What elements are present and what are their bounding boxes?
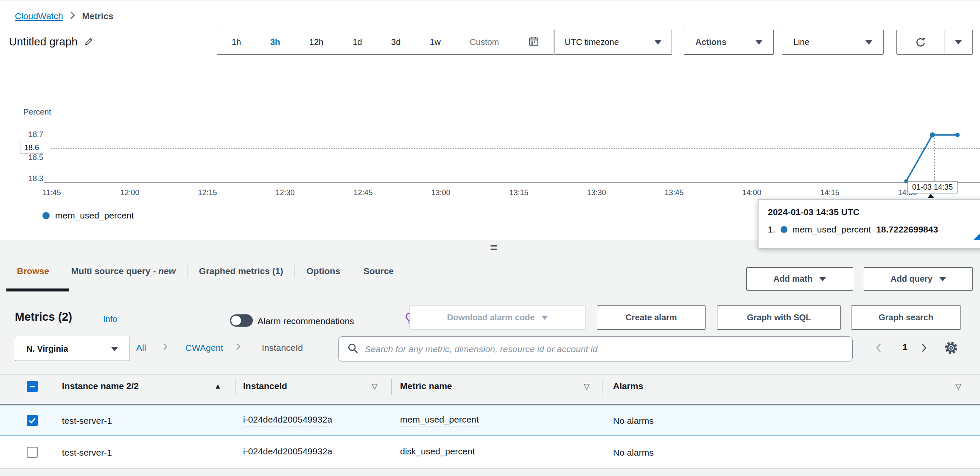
calendar-icon[interactable] [528,36,539,49]
range-1d[interactable]: 1d [353,37,362,47]
table-header-bottom-border [0,404,980,405]
chevron-right-icon [70,11,76,22]
pagination-previous-icon[interactable] [875,342,882,356]
column-header-metric-name[interactable]: Metric name [400,381,452,391]
tab-options[interactable]: Options [295,266,351,276]
actions-label: Actions [695,37,726,47]
metric-path-cwagent-link[interactable]: CWAgent [185,343,223,353]
metric-path-all-link[interactable]: All [136,343,146,353]
edit-pencil-icon[interactable] [84,36,95,48]
cell-metric-name[interactable]: disk_used_percent [400,446,475,458]
indeterminate-mark [30,386,35,387]
pagination-next-icon[interactable] [921,342,927,356]
chevron-down-icon [541,316,548,320]
add-query-label: Add query [890,274,932,284]
range-1h[interactable]: 1h [232,37,241,47]
chart-type-dropdown[interactable]: Line [782,30,884,55]
range-3d[interactable]: 3d [391,37,400,47]
active-tab-underline [6,288,69,291]
range-3h-selected[interactable]: 3h [270,37,280,47]
column-header-alarms[interactable]: Alarms [613,381,643,391]
chevron-right-icon [163,342,168,353]
chevron-down-icon [865,40,872,45]
tab-multi-source-query[interactable]: Multi source query - new [60,266,187,276]
tooltip-timestamp: 2024-01-03 14:35 UTC [768,207,980,217]
tooltip-series-index: 1. [768,224,776,235]
table-row[interactable]: test-server-1 i-024de4d200549932a disk_u… [0,436,980,469]
graph-title-row: Untitled graph [9,35,95,48]
row-checkbox[interactable] [27,415,38,426]
metric-search-input[interactable] [365,344,844,354]
graph-with-sql-label: Graph with SQL [747,313,811,322]
chart-type-label: Line [793,37,809,47]
range-12h[interactable]: 12h [309,37,323,47]
add-math-label: Add math [773,274,812,284]
add-math-button[interactable]: Add math [746,267,853,291]
breadcrumb: CloudWatch Metrics [15,11,113,22]
cloudwatch-metrics-page: CloudWatch Metrics Untitled graph 1h 3h … [0,0,980,476]
metric-search-box [338,336,853,361]
refresh-icon [915,36,927,48]
tab-multi-source-query-label: Multi source query - [71,266,158,276]
tab-source[interactable]: Source [352,266,405,276]
row-checkbox[interactable] [27,447,38,458]
metrics-section-title: Metrics (2) [15,311,72,324]
chevron-down-icon [655,40,661,45]
chevron-down-icon [819,277,826,281]
column-header-instanceid[interactable]: InstanceId [243,381,287,391]
chart-hover-tooltip: 2024-01-03 14:35 UTC 1. mem_used_percent… [758,199,980,249]
region-label: N. Virginia [26,344,68,354]
info-link[interactable]: Info [103,314,117,324]
region-dropdown[interactable]: N. Virginia [15,337,129,361]
breadcrumb-metrics: Metrics [82,11,114,21]
series-line [906,135,958,181]
tab-new-badge: new [158,266,176,276]
sort-ascending-icon[interactable]: ▲ [214,382,221,391]
create-alarm-label: Create alarm [625,313,677,322]
refresh-options-button[interactable] [944,30,972,54]
download-alarm-code-label: Download alarm code [447,313,535,322]
add-query-button[interactable]: Add query [864,267,973,291]
timezone-dropdown[interactable]: UTC timezone [554,30,672,55]
data-point [955,133,960,137]
tab-browse[interactable]: Browse [6,266,60,276]
legend-label[interactable]: mem_used_percent [55,210,134,221]
metric-path-instanceid[interactable]: InstanceId [262,343,303,353]
range-custom[interactable]: Custom [470,37,499,47]
select-all-checkbox[interactable] [27,381,38,392]
cell-metric-name[interactable]: mem_used_percent [400,414,479,426]
column-header-instance-name[interactable]: Instance name 2/2 [62,381,139,391]
search-icon [347,342,359,356]
tooltip-series-color-dot [781,226,787,233]
graph-search-label: Graph search [879,313,933,322]
graph-with-sql-button[interactable]: Graph with SQL [717,305,841,330]
panel-resize-handle[interactable]: = [484,241,504,255]
time-scrubber-arrow-icon[interactable] [927,194,934,198]
tab-graphed-metrics[interactable]: Graphed metrics (1) [188,266,294,276]
create-alarm-button[interactable]: Create alarm [597,305,706,330]
table-row[interactable]: test-server-1 i-024de4d200549932a mem_us… [0,406,980,436]
refresh-button[interactable] [897,30,944,54]
actions-dropdown[interactable]: Actions [684,30,774,55]
filter-icon[interactable]: ▽ [372,382,378,391]
graph-title: Untitled graph [9,35,78,48]
cell-instance-id[interactable]: i-024de4d200549932a [243,414,332,426]
chevron-down-icon [939,277,946,281]
filter-icon[interactable]: ▽ [584,382,590,391]
check-icon [28,416,37,425]
breadcrumb-cloudwatch-link[interactable]: CloudWatch [15,11,63,21]
data-point [930,132,935,137]
chevron-down-icon [111,347,118,351]
pagination-current-page[interactable]: 1 [896,342,913,352]
graph-search-button[interactable]: Graph search [851,305,961,330]
alarm-recommendations-toggle[interactable] [230,314,253,327]
download-alarm-code-button[interactable]: Download alarm code [409,305,586,330]
chevron-down-icon [756,40,762,45]
tab-bar: Browse Multi source query - new Graphed … [6,258,405,285]
column-divider [235,379,235,395]
range-1w[interactable]: 1w [430,37,441,47]
filter-icon[interactable]: ▽ [955,382,961,391]
timezone-label: UTC timezone [565,37,619,47]
settings-gear-icon[interactable] [944,340,959,357]
cell-instance-id[interactable]: i-024de4d200549932a [243,446,332,458]
